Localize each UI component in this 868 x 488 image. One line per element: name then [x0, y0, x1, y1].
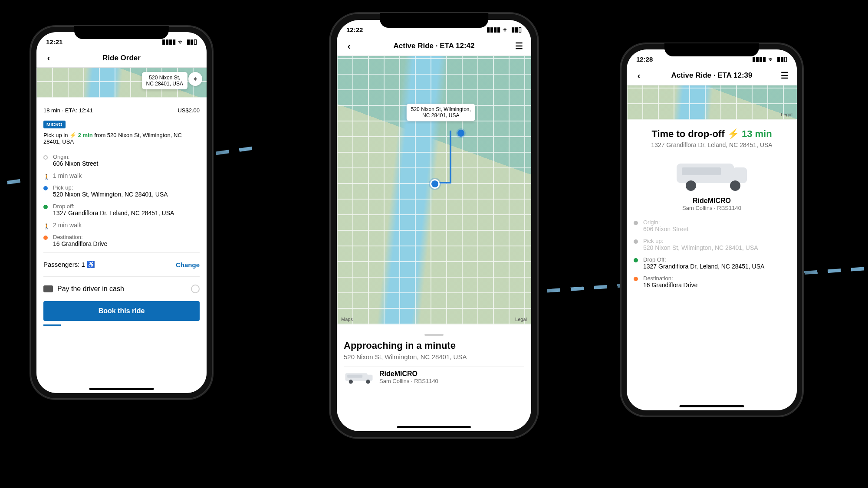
- vehicle-name: RideMICRO: [379, 370, 438, 378]
- payment-option-cash[interactable]: Pay the driver in cash: [43, 279, 200, 298]
- passengers-row: Passengers: 1 ♿ Change: [43, 255, 200, 274]
- battery-icon: ▮▮▯: [511, 26, 522, 33]
- walk-icon: 🚶: [43, 174, 48, 178]
- pickup-pin-icon: [457, 130, 464, 137]
- itin-pickup: Pick up:520 Nixon St, Wilmington, NC 284…: [634, 235, 790, 254]
- back-icon[interactable]: ‹: [634, 71, 644, 81]
- itin-destination: Destination:16 Grandiflora Drive: [634, 272, 790, 291]
- itin-origin: Origin:606 Nixon Street: [634, 216, 790, 235]
- signal-icon: ▮▮▮▮: [487, 26, 500, 33]
- home-indicator[interactable]: [89, 388, 154, 390]
- itin-dropoff: Drop off:1327 Grandiflora Dr, Leland, NC…: [43, 200, 200, 219]
- radio-unchecked-icon[interactable]: [191, 285, 200, 293]
- itin-pickup: Pick up:520 Nixon St, Wilmington, NC 284…: [43, 182, 200, 200]
- app-header: ‹ Active Ride · ETA 12:39 ☰: [627, 67, 797, 85]
- svg-point-3: [349, 380, 353, 383]
- vehicle-name: RideMICRO: [634, 197, 790, 205]
- itin-dropoff: Drop Off:1327 Grandiflora Dr, Leland, NC…: [634, 254, 790, 272]
- price: US$2.00: [178, 107, 200, 114]
- itin-destination: Destination:16 Grandiflora Drive: [43, 231, 200, 250]
- map-preview[interactable]: Legal: [627, 85, 797, 120]
- service-badge: MICRO: [43, 121, 66, 128]
- signal-icon: ▮▮▮▮: [162, 38, 176, 46]
- dropoff-address: 1327 Grandiflora Dr, Leland, NC 28451, U…: [634, 141, 790, 148]
- status-icons: ▮▮▮▮ ᯤ ▮▮▯: [162, 38, 197, 46]
- locate-me-button[interactable]: ⌖: [188, 72, 202, 86]
- home-indicator[interactable]: [680, 405, 744, 407]
- vehicle-pin-icon: [430, 179, 440, 189]
- list-icon[interactable]: ☰: [514, 41, 524, 51]
- bottom-sheet[interactable]: Approaching in a minute 520 Nixon St, Wi…: [337, 324, 531, 391]
- screen-title: Active Ride · ETA 12:39: [644, 71, 779, 80]
- app-header: ‹ Ride Order: [36, 49, 207, 67]
- driver-plate: Sam Collins · RBS1140: [634, 205, 790, 211]
- screen-title: Ride Order: [54, 54, 189, 62]
- dropoff-title: Time to drop-off: [651, 128, 724, 139]
- wifi-icon: ᯤ: [503, 26, 509, 33]
- back-icon[interactable]: ‹: [344, 41, 354, 51]
- itin-origin: Origin:606 Nixon Street: [43, 151, 200, 170]
- walk-icon: 🚶: [43, 223, 48, 228]
- map-address-callout: 520 Nixon St, NC 28401, USA: [142, 72, 187, 89]
- svg-rect-7: [682, 167, 721, 175]
- dropoff-eta: 13 min: [742, 128, 772, 139]
- approach-title: Approaching in a minute: [344, 340, 524, 351]
- approach-address: 520 Nixon St, Wilmington, NC 28401, USA: [344, 353, 524, 360]
- maps-legal-link[interactable]: Legal: [781, 112, 792, 117]
- status-icons: ▮▮▮▮ ᯤ ▮▮▯: [752, 55, 787, 63]
- vehicle-summary: RideMICRO Sam Collins · RBS1140: [344, 370, 524, 385]
- battery-icon: ▮▮▯: [777, 55, 787, 63]
- book-ride-button[interactable]: Book this ride: [43, 301, 200, 321]
- map-view[interactable]: 520 Nixon St, Wilmington, NC 28401, USA …: [337, 56, 531, 324]
- status-time: 12:21: [46, 38, 62, 46]
- svg-point-4: [366, 380, 370, 383]
- maps-attribution: Maps: [341, 317, 353, 322]
- wallet-icon: [43, 285, 53, 292]
- dropoff-card: Time to drop-off ⚡ 13 min 1327 Grandiflo…: [627, 120, 797, 216]
- maps-legal-link[interactable]: Legal: [515, 317, 527, 322]
- screen-title: Active Ride · ETA 12:42: [354, 42, 514, 50]
- battery-icon: ▮▮▯: [187, 38, 197, 46]
- wifi-icon: ᯤ: [768, 56, 775, 63]
- itin-walk-2: 🚶 2 min walk: [43, 219, 200, 231]
- map-preview[interactable]: ⌖ 520 Nixon St, NC 28401, USA: [36, 67, 207, 98]
- itin-walk-1: 🚶 1 min walk: [43, 170, 200, 182]
- wheelchair-icon: ♿: [87, 261, 95, 268]
- pickup-line: Pick up in ⚡ 2 min from 520 Nixon St, Wi…: [43, 132, 200, 145]
- svg-rect-2: [347, 375, 362, 378]
- status-time: 12:22: [346, 26, 363, 33]
- payment-label: Pay the driver in cash: [57, 285, 124, 293]
- map-address-callout: 520 Nixon St, Wilmington, NC 28401, USA: [407, 104, 475, 121]
- back-icon[interactable]: ‹: [43, 53, 54, 63]
- svg-point-8: [686, 180, 696, 191]
- svg-point-9: [730, 180, 740, 191]
- signal-icon: ▮▮▮▮: [752, 55, 766, 63]
- van-icon: [344, 370, 374, 385]
- driver-plate: Sam Collins · RBS1140: [379, 378, 438, 384]
- passengers-label: Passengers: 1: [43, 261, 85, 268]
- drag-handle[interactable]: [424, 334, 444, 336]
- change-passengers-link[interactable]: Change: [176, 261, 200, 269]
- van-icon: [673, 154, 751, 193]
- wifi-icon: ᯤ: [178, 38, 184, 46]
- list-icon[interactable]: ☰: [779, 70, 790, 81]
- home-indicator[interactable]: [397, 426, 471, 428]
- eta-summary: 18 min · ETA: 12:41: [43, 107, 93, 114]
- app-header: ‹ Active Ride · ETA 12:42 ☰: [337, 37, 531, 56]
- status-icons: ▮▮▮▮ ᯤ ▮▮▯: [487, 26, 522, 33]
- status-time: 12:28: [636, 56, 653, 63]
